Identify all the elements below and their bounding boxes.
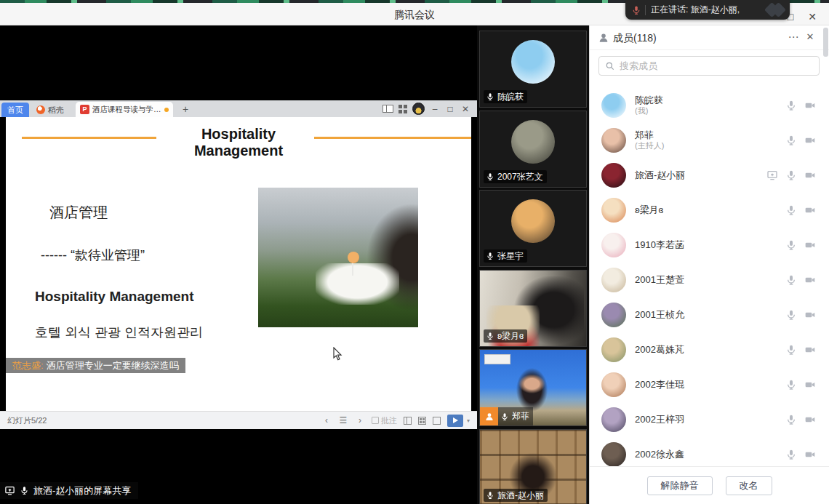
member-info: ʚ梁月ɞ <box>635 204 663 216</box>
mic-icon[interactable] <box>785 414 797 425</box>
member-status-icons <box>785 204 816 216</box>
slideshow-play-button[interactable] <box>447 415 463 427</box>
member-search-box[interactable] <box>598 56 820 76</box>
wps-restore-button[interactable]: □ <box>445 104 455 114</box>
member-row[interactable]: 2002王梓羽 <box>590 402 829 437</box>
wps-tab-bar: 首页 稻壳 P 酒店课程导读与学习经验分享(1) + – □ ✕ <box>0 100 477 117</box>
members-icon <box>598 32 609 44</box>
member-avatar <box>601 233 626 257</box>
window-close-button[interactable]: ✕ <box>804 9 820 24</box>
more-options-button[interactable]: ⋯ <box>787 31 800 44</box>
member-row[interactable]: 2002李佳琨 <box>590 367 829 402</box>
rename-button[interactable]: 改名 <box>726 476 772 495</box>
video-tile[interactable]: 张星宇 <box>479 190 587 267</box>
new-tab-button[interactable]: + <box>179 102 192 116</box>
reading-view-button[interactable] <box>433 417 441 425</box>
camera-icon[interactable] <box>804 449 816 460</box>
member-row[interactable]: 郑菲 (主持人) <box>590 123 829 158</box>
wps-account-avatar[interactable] <box>412 103 425 115</box>
member-name: 2002李佳琨 <box>635 379 684 391</box>
mic-icon[interactable] <box>785 204 797 216</box>
slide-sorter-button[interactable] <box>418 417 426 425</box>
mic-icon[interactable] <box>785 449 797 460</box>
wps-close-button[interactable]: ✕ <box>460 104 470 114</box>
member-info: 2001王桢允 <box>635 309 684 321</box>
mic-icon[interactable] <box>785 309 797 321</box>
video-tile[interactable]: 陈皖获 <box>479 31 587 108</box>
member-name: 郑菲 <box>635 129 664 141</box>
video-tile[interactable]: 郑菲 <box>479 349 587 426</box>
camera-icon[interactable] <box>804 135 816 146</box>
member-row[interactable]: 1910李若菡 <box>590 228 829 263</box>
host-badge <box>480 407 498 425</box>
mic-icon[interactable] <box>785 274 797 286</box>
slide-list-button[interactable]: ☰ <box>338 415 348 425</box>
video-tile[interactable]: ʚ梁月ɞ <box>479 270 587 347</box>
member-avatar <box>601 372 626 397</box>
member-avatar <box>601 337 626 362</box>
tile-name-label: 张星宇 <box>484 249 527 263</box>
mic-icon[interactable] <box>785 239 797 251</box>
member-status-icons <box>766 169 816 181</box>
search-icon <box>605 61 615 71</box>
search-input[interactable] <box>620 60 813 71</box>
member-row[interactable]: 2001王楚萱 <box>590 263 829 297</box>
video-tile[interactable]: 2007张艺文 <box>479 111 587 188</box>
tencent-meeting-window: 腾讯会议 □ ✕ 正在讲话: 旅酒-赵小丽, 首页 稻壳 P 酒店课程导读与学习… <box>0 0 829 504</box>
tab-grid-icon[interactable] <box>399 105 407 113</box>
camera-icon[interactable] <box>804 100 816 111</box>
member-info: 2002徐永鑫 <box>635 449 684 460</box>
member-name: 陈皖获 <box>635 95 663 106</box>
member-info: 2002王梓羽 <box>635 414 684 425</box>
mic-icon[interactable] <box>785 169 797 181</box>
share-banner-text: 旅酒-赵小丽的屏幕共享 <box>33 484 131 497</box>
camera-icon[interactable] <box>804 379 816 391</box>
next-slide-button[interactable]: › <box>355 415 365 425</box>
tab-presentation[interactable]: P 酒店课程导读与学习经验分享(1) <box>76 102 173 117</box>
video-tile[interactable]: 旅酒-赵小丽 <box>479 429 587 504</box>
caption-author: 范志盛: <box>12 359 44 372</box>
member-info: 1910李若菡 <box>635 239 684 251</box>
participant-name: ʚ梁月ɞ <box>497 330 524 343</box>
close-panel-button[interactable]: ✕ <box>804 31 816 42</box>
camera-icon[interactable] <box>804 204 816 216</box>
participant-name: 张星宇 <box>497 250 524 263</box>
normal-view-button[interactable] <box>404 417 412 425</box>
comment-button[interactable]: 批注 <box>372 415 397 426</box>
participant-avatar <box>511 199 555 243</box>
panel-scrollbar[interactable] <box>823 28 828 57</box>
camera-icon[interactable] <box>804 239 816 251</box>
participant-name: 旅酒-赵小丽 <box>497 489 544 502</box>
play-dropdown-caret[interactable]: ▾ <box>467 417 470 424</box>
tab-docer[interactable]: 稻壳 <box>33 103 74 117</box>
member-avatar <box>601 128 626 153</box>
layout-split-icon[interactable] <box>383 105 393 113</box>
video-strip: 陈皖获 2007张艺文 张星宇 ʚ梁月ɞ <box>477 25 589 504</box>
unsaved-dot-icon <box>164 108 169 112</box>
mic-icon[interactable] <box>785 100 797 111</box>
mic-icon[interactable] <box>785 135 797 146</box>
mic-icon[interactable] <box>785 379 797 391</box>
danmaku-caption: 范志盛: 酒店管理专业一定要继续深造吗 <box>6 358 185 373</box>
member-name: 2002葛姝芃 <box>635 344 684 356</box>
participant-avatar <box>511 40 555 84</box>
mic-icon <box>486 332 494 340</box>
tab-home[interactable]: 首页 <box>1 103 29 117</box>
unmute-button[interactable]: 解除静音 <box>647 476 713 495</box>
waiter-photo <box>258 188 418 327</box>
camera-icon[interactable] <box>804 169 816 181</box>
member-row[interactable]: 陈皖获 (我) <box>590 88 829 123</box>
member-row[interactable]: ʚ梁月ɞ <box>590 193 829 228</box>
member-row[interactable]: 2002徐永鑫 <box>590 437 829 466</box>
camera-icon[interactable] <box>804 274 816 286</box>
prev-slide-button[interactable]: ‹ <box>321 415 332 425</box>
member-row[interactable]: 旅酒-赵小丽 <box>590 158 829 193</box>
mic-icon[interactable] <box>785 344 797 356</box>
participant-name: 郑菲 <box>512 410 529 423</box>
wps-minimize-button[interactable]: – <box>430 104 440 114</box>
camera-icon[interactable] <box>804 309 816 321</box>
member-row[interactable]: 2002葛姝芃 <box>590 332 829 367</box>
member-row[interactable]: 2001王桢允 <box>590 297 829 332</box>
camera-icon[interactable] <box>804 344 816 356</box>
camera-icon[interactable] <box>804 414 816 425</box>
